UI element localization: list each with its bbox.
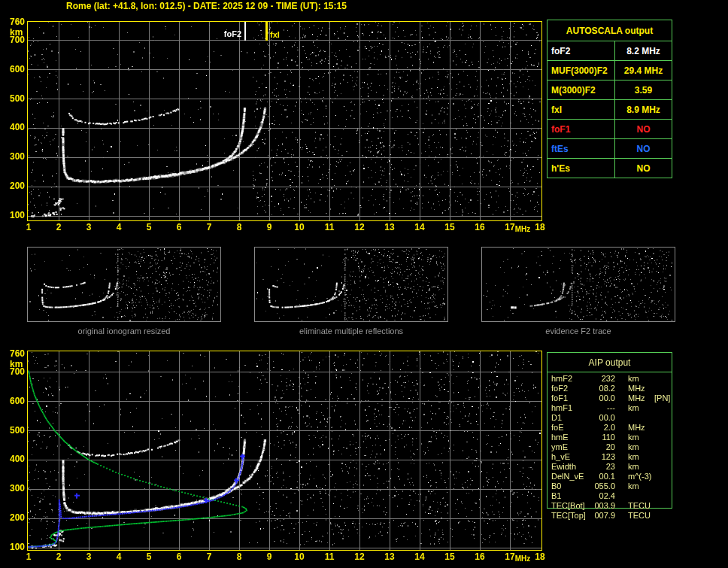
parameter-value: NO (615, 159, 672, 178)
parameter-label: MUF(3000)F2 (548, 61, 615, 80)
parameter-label: foF1 (548, 120, 615, 138)
parameter-label: ftEs (548, 139, 615, 158)
station-title: Rome (lat: +41.8, lon: 012.5) - DATE: 20… (66, 1, 347, 11)
caption-evidence-f2: evidence F2 trace (481, 327, 675, 336)
parameter-value: 29.4 MHz (615, 61, 672, 80)
parameter-value: NO (615, 120, 672, 138)
caption-original-ionogram: original ionogram resized (27, 327, 221, 336)
parameter-label: fxI (548, 100, 615, 119)
autoscala-table-header: AUTOSCALA output (548, 20, 672, 41)
parameter-value: 3.59 (615, 80, 672, 99)
autoscala-row-fof1: foF1NO (548, 120, 672, 139)
autoscala-row-fxi: fxI8.9 MHz (548, 100, 672, 120)
parameter-value: 8.9 MHz (615, 100, 672, 119)
parameter-label: h'Es (548, 159, 615, 178)
aip-table-header: AIP output (548, 353, 672, 372)
parameter-value: NO (615, 139, 672, 158)
autoscala-output-screen: { "title": "Rome (lat: +41.8, lon: 012.5… (0, 0, 728, 568)
parameter-label: M(3000)F2 (548, 80, 615, 99)
parameter-value: 8.2 MHz (615, 41, 672, 60)
autoscala-output-table: AUTOSCALA output foF28.2 MHzMUF(3000)F22… (547, 20, 672, 178)
aip-output-box: AIP output (547, 352, 672, 509)
autoscala-row-ftes: ftEsNO (548, 139, 672, 159)
autoscala-row-muf3000f2: MUF(3000)F229.4 MHz (548, 61, 672, 80)
autoscala-row-m3000f2: M(3000)F23.59 (548, 80, 672, 100)
autoscala-row-fof2: foF28.2 MHz (548, 41, 672, 61)
autoscala-row-hes: h'EsNO (548, 159, 672, 178)
caption-eliminate-reflections: eliminate multiple reflections (254, 327, 448, 336)
parameter-label: foF2 (548, 41, 615, 60)
